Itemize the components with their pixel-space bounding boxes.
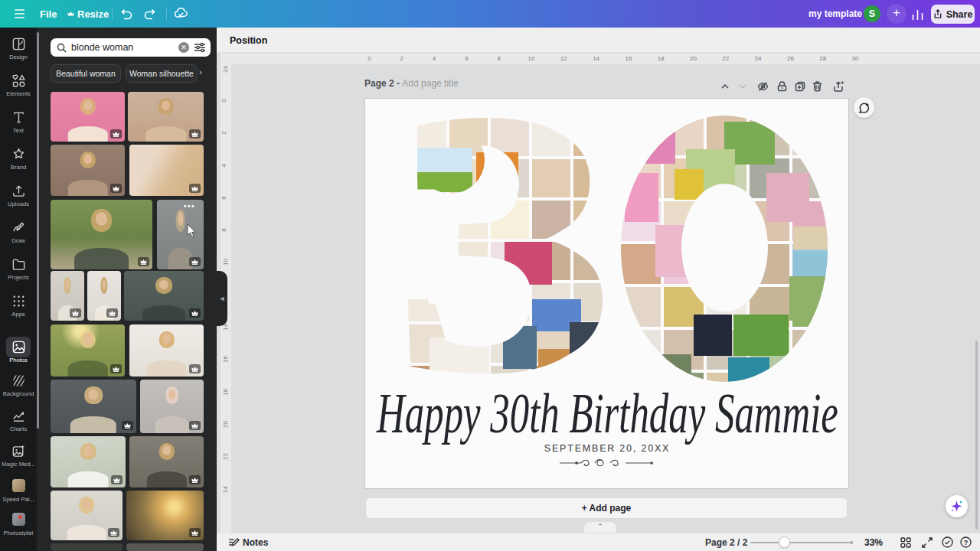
svg-text:SEPTEMBER 20, 20XX: SEPTEMBER 20, 20XX bbox=[544, 443, 670, 454]
svg-text:?: ? bbox=[964, 539, 969, 546]
svg-text:Happy 30th Birthday Sammie: Happy 30th Birthday Sammie bbox=[376, 383, 838, 445]
